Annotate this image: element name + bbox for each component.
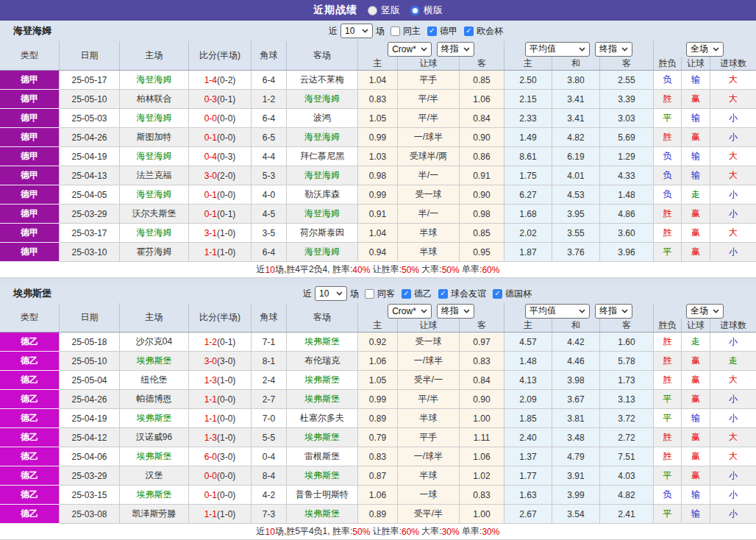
odds-away: 0.90 bbox=[460, 390, 504, 409]
horizontal-layout-radio[interactable] bbox=[410, 6, 420, 15]
avg-home: 1.75 bbox=[504, 166, 552, 185]
score: 3-0(2-0) bbox=[189, 166, 252, 185]
avg-home: 4.13 bbox=[504, 371, 552, 390]
horizontal-layout-label[interactable]: 横版 bbox=[424, 4, 443, 17]
summary-segment: 10 bbox=[265, 265, 275, 275]
match-row: 德乙25-03-15埃弗斯堡0-1(0-0)4-2普鲁士明斯特1.06一球0.8… bbox=[0, 486, 756, 505]
odds-stage-select[interactable]: 终指 bbox=[437, 304, 474, 319]
vertical-layout-option[interactable]: 竖版 bbox=[368, 4, 400, 17]
odds-home: 0.99 bbox=[358, 390, 398, 409]
scope-select[interactable]: 全场 bbox=[686, 42, 724, 57]
avg-draw: 3.41 bbox=[552, 90, 600, 109]
conference-cup-checkbox[interactable] bbox=[464, 26, 474, 36]
match-row: 德甲25-05-17海登海姆1-4(0-2)6-4云达不莱梅1.04平手0.85… bbox=[0, 71, 756, 90]
corners: 7-0 bbox=[252, 409, 287, 428]
summary-segment: 场,胜5平4负1, 胜率: bbox=[275, 525, 352, 538]
chevron-down-icon bbox=[621, 47, 628, 51]
match-date: 25-05-18 bbox=[60, 333, 120, 352]
bundesliga-label[interactable]: 德甲 bbox=[440, 25, 457, 38]
match-row: 德甲25-03-29沃尔夫斯堡0-1(0-1)4-5海登海姆0.91半/一0.9… bbox=[0, 205, 756, 224]
avg-home: 4.57 bbox=[504, 333, 552, 352]
home-team: 埃弗斯堡 bbox=[120, 486, 189, 505]
chevron-down-icon bbox=[579, 47, 585, 51]
average-stage-select[interactable]: 终指 bbox=[595, 304, 632, 319]
same-home-checkbox[interactable] bbox=[391, 26, 400, 36]
away-team: 雷根斯堡 bbox=[287, 447, 358, 466]
chevron-down-icon bbox=[421, 309, 427, 313]
result-handicap: 走 bbox=[682, 333, 710, 352]
average-select[interactable]: 平均值 bbox=[525, 42, 590, 57]
match-row: 德乙25-03-29汉堡0-0(0-0)8-4埃弗斯堡0.87半球1.021.7… bbox=[0, 466, 756, 486]
away-team: 埃弗斯堡 bbox=[287, 505, 358, 524]
page-title: 近期战绩 bbox=[313, 4, 357, 17]
result-handicap: 赢 bbox=[682, 224, 710, 243]
bundesliga-checkbox[interactable] bbox=[427, 26, 437, 36]
scope-select[interactable]: 全场 bbox=[686, 304, 724, 319]
match-count-select[interactable]: 10 bbox=[340, 24, 373, 38]
odds-away: 0.97 bbox=[460, 333, 504, 352]
league-badge: 德甲 bbox=[0, 71, 60, 90]
match-date: 25-04-19 bbox=[60, 409, 120, 428]
sub-col-odds-home: 主 bbox=[358, 57, 398, 70]
avg-draw: 6.19 bbox=[552, 147, 600, 166]
league-badge: 德乙 bbox=[0, 447, 60, 466]
odds-home: 1.05 bbox=[358, 371, 398, 390]
odds-handicap: 一球 bbox=[398, 486, 460, 505]
match-date: 25-03-17 bbox=[60, 224, 120, 243]
score: 0-1(0-1) bbox=[189, 205, 252, 224]
odds-stage-select[interactable]: 终指 bbox=[437, 42, 474, 57]
match-count-select[interactable]: 10 bbox=[315, 286, 347, 301]
result-goals: 大 bbox=[710, 166, 756, 185]
odds-select-group: Crow* 终指 bbox=[358, 41, 504, 57]
summary-segment: 让胜率: bbox=[370, 263, 402, 276]
result-goals: 小 bbox=[710, 109, 756, 128]
league-badge: 德甲 bbox=[0, 205, 60, 224]
german-cup-checkbox[interactable] bbox=[493, 289, 502, 299]
avg-away: 1.60 bbox=[600, 333, 654, 352]
vertical-layout-radio[interactable] bbox=[368, 6, 377, 15]
result-goals: 大 bbox=[710, 447, 756, 466]
result-goals: 小 bbox=[710, 505, 756, 524]
match-date: 25-03-10 bbox=[60, 243, 120, 262]
odds-away: 1.11 bbox=[460, 428, 504, 447]
sub-col-handicap-result: 让球 bbox=[682, 57, 710, 70]
score: 0-0(0-0) bbox=[189, 466, 252, 486]
chevron-down-icon bbox=[579, 309, 585, 313]
club-friendly-label[interactable]: 球会友谊 bbox=[451, 288, 486, 300]
conference-cup-label[interactable]: 欧会杯 bbox=[477, 25, 503, 38]
odds-away: 1.06 bbox=[460, 447, 504, 466]
german-cup-label[interactable]: 德国杯 bbox=[505, 288, 532, 300]
odds-company-select[interactable]: Crow* bbox=[388, 42, 432, 57]
same-home-label[interactable]: 同主 bbox=[403, 25, 421, 38]
match-date: 25-04-26 bbox=[60, 128, 120, 147]
odds-handicap: 受一球 bbox=[398, 333, 460, 352]
odds-away: 1.06 bbox=[460, 90, 504, 109]
vertical-layout-label[interactable]: 竖版 bbox=[381, 4, 400, 17]
odds-away: 0.90 bbox=[460, 128, 504, 147]
club-friendly-checkbox[interactable] bbox=[438, 289, 448, 299]
odds-company-select[interactable]: Crow* bbox=[388, 304, 432, 319]
result-outcome: 胜 bbox=[654, 205, 682, 224]
avg-draw: 3.98 bbox=[552, 371, 600, 390]
sub-col-avg-away: 客 bbox=[600, 319, 654, 332]
same-away-label[interactable]: 同客 bbox=[377, 288, 395, 300]
near-label: 近 bbox=[329, 25, 338, 38]
avg-draw: 4.53 bbox=[552, 185, 600, 205]
result-handicap: 走 bbox=[682, 185, 710, 205]
score: 1-4(0-2) bbox=[189, 71, 252, 90]
score: 6-0(3-0) bbox=[189, 447, 252, 466]
odds-away: 0.83 bbox=[460, 352, 504, 371]
match-row: 德甲25-04-05海登海姆0-1(0-0)4-0勒沃库森0.99受一球0.90… bbox=[0, 185, 756, 205]
summary-segment: 单率: bbox=[460, 263, 482, 276]
result-goals: 大 bbox=[710, 90, 756, 109]
average-select[interactable]: 平均值 bbox=[525, 304, 590, 319]
average-stage-select[interactable]: 终指 bbox=[595, 42, 632, 57]
same-away-checkbox[interactable] bbox=[365, 289, 374, 299]
avg-home: 1.63 bbox=[504, 486, 552, 505]
sub-col-goals: 进球数 bbox=[710, 319, 756, 332]
bundesliga2-checkbox[interactable] bbox=[402, 289, 411, 299]
bundesliga2-label[interactable]: 德乙 bbox=[414, 288, 432, 300]
horizontal-layout-option[interactable]: 横版 bbox=[410, 4, 443, 17]
result-handicap: 赢 bbox=[682, 466, 710, 486]
summary-segment: 60% bbox=[482, 265, 499, 275]
